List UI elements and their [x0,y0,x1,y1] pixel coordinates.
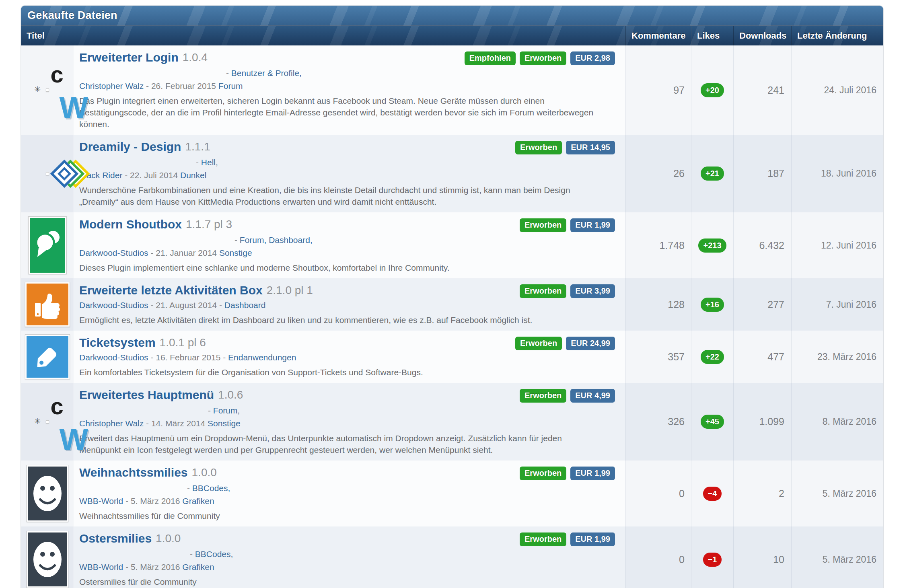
file-thumbnail-link[interactable] [25,282,70,327]
file-title-link[interactable]: Ostersmilies [79,531,152,546]
file-version: 1.0.1 pl 6 [160,335,206,350]
file-title-link[interactable]: Modern Shoutbox [79,217,182,232]
category-link[interactable]: Sonstige [219,248,252,257]
status-badge: Erworben [520,51,566,65]
likes-cell: +45 [691,383,733,461]
author-link[interactable]: WBB-World [79,562,123,572]
author-link[interactable]: Darkwood-Studios [79,248,148,257]
file-title-link[interactable]: Ticketsystem [79,335,156,350]
downloads-cell: 277 [733,278,791,331]
title-line: Weihnachtssmilies 1.0.0 ErworbenEUR 1,99 [79,465,615,480]
file-thumbnail-link[interactable] [27,531,68,588]
price-badge: EUR 2,98 [570,51,615,65]
file-row: Ticketsystem 1.0.1 pl 6 ErworbenEUR 24,9… [21,331,883,383]
category-link[interactable]: Forum, Dashboard, [240,235,313,245]
likes-cell: +213 [691,212,733,278]
status-badge: Empfohlen [465,51,516,65]
likes-cell: +22 [691,331,733,383]
downloads-count: 241 [767,84,784,96]
column-header-likes[interactable]: Likes [691,26,733,45]
file-thumbnail-link[interactable] [27,465,68,522]
file-version: 2.1.0 pl 1 [267,283,313,298]
category-link[interactable]: Forum [218,81,243,90]
page-title: Gekaufte Dateien [27,9,117,22]
byline-date: - 21. August 2014 - [148,300,224,310]
author-link[interactable]: Darkwood-Studios [79,353,148,362]
byline-categories-line: - BBCodes, [187,482,615,494]
file-title-link[interactable]: Dreamily - Design [79,140,181,154]
title-cell: Weihnachtssmilies 1.0.0 ErworbenEUR 1,99… [21,461,625,526]
category-link[interactable]: Dashboard [224,300,266,310]
file-thumbnail-link[interactable] [28,216,67,274]
column-header-titel[interactable]: Titel [21,26,625,45]
status-badge: Erworben [520,218,566,232]
file-description: Wunderschöne Farbkombinationen und eine … [79,184,600,208]
comments-count: 0 [679,554,685,565]
title-cell: Erweiterte letzte Aktivitäten Box 2.1.0 … [21,278,625,331]
category-link[interactable]: BBCodes, [192,483,230,493]
category-dash: - [190,549,195,559]
byline: Christopher Walz - 14. März 2014 Sonstig… [79,417,615,429]
modified-date: 5. März 2016 [823,554,876,565]
icon-column [21,212,74,278]
category-link[interactable]: Grafiken [182,562,214,572]
modified-cell: 23. März 2016 [791,331,883,383]
likes-cell: +20 [691,45,733,135]
file-thumbnail-link[interactable] [25,334,70,379]
file-thumbnail-link[interactable]: Wc✳ [46,88,49,92]
file-thumbnail-link[interactable] [46,172,49,175]
author-link[interactable]: WBB-World [79,496,123,506]
file-row: Erweiterte letzte Aktivitäten Box 2.1.0 … [21,278,883,331]
likes-badge: −1 [703,553,722,567]
author-link[interactable]: Darkwood-Studios [79,300,148,310]
downloads-cell: 1.099 [733,383,791,461]
comments-cell: 0 [625,461,691,526]
likes-cell: +16 [691,278,733,331]
category-link[interactable]: Hell, [201,158,218,167]
comments-count: 26 [673,168,685,179]
author-link[interactable]: Christopher Walz [79,81,144,90]
price-badge: EUR 3,99 [570,284,615,298]
byline: Black Rider - 22. Juli 2014 Dunkel [79,169,615,181]
byline: Christopher Walz - 26. Februar 2015 Foru… [79,80,615,92]
file-title-link[interactable]: Erweitertes Hauptmenü [79,388,214,402]
column-header-kommentare[interactable]: Kommentare [625,26,691,45]
likes-cell: −1 [691,526,733,588]
column-header-letzte-aenderung[interactable]: Letzte Änderung [791,26,883,45]
icon-column [21,331,74,383]
category-link[interactable]: Dunkel [180,171,206,180]
badge-group: ErworbenEUR 1,99 [512,465,615,480]
comments-cell: 357 [625,331,691,383]
modified-date: 5. März 2016 [823,488,876,499]
file-title-link[interactable]: Weihnachtssmilies [79,465,188,480]
status-badge: Erworben [520,467,566,480]
byline-categories-line: - Benutzer & Profile, [226,67,615,79]
category-dash: - [196,158,201,167]
byline: WBB-World - 5. März 2016 Grafiken [79,561,615,573]
file-version: 1.1.7 pl 3 [186,217,232,232]
category-link[interactable]: Grafiken [182,496,214,506]
category-link[interactable]: Endanwendungen [228,353,296,362]
file-version: 1.1.1 [185,140,210,154]
title-line: Ticketsystem 1.0.1 pl 6 ErworbenEUR 24,9… [79,335,615,350]
byline-date: - 14. März 2014 [144,419,208,428]
category-link[interactable]: Forum, [213,406,240,415]
file-title-link[interactable]: Erweiterter Login [79,50,179,65]
likes-badge: +213 [698,238,726,253]
file-title-link[interactable]: Erweiterte letzte Aktivitäten Box [79,283,263,298]
modified-date: 18. Juni 2016 [821,168,876,179]
category-link[interactable]: Sonstige [208,419,241,428]
column-header-downloads[interactable]: Downloads [733,26,791,45]
file-thumbnail-link[interactable]: Wc✳ [46,420,49,424]
author-link[interactable]: Christopher Walz [79,419,144,428]
downloads-count: 10 [773,554,784,565]
comments-count: 128 [668,299,685,310]
title-line: Erweitertes Hauptmenü 1.0.6 ErworbenEUR … [79,388,615,403]
category-link[interactable]: BBCodes, [195,549,233,559]
likes-badge: +20 [701,83,724,97]
comments-count: 1.748 [659,240,685,251]
downloads-cell: 477 [733,331,791,383]
file-row: Ostersmilies 1.0.0 ErworbenEUR 1,99 - BB… [21,526,883,588]
category-link[interactable]: Benutzer & Profile, [231,68,302,78]
byline-categories-line: - Hell, [196,156,615,168]
